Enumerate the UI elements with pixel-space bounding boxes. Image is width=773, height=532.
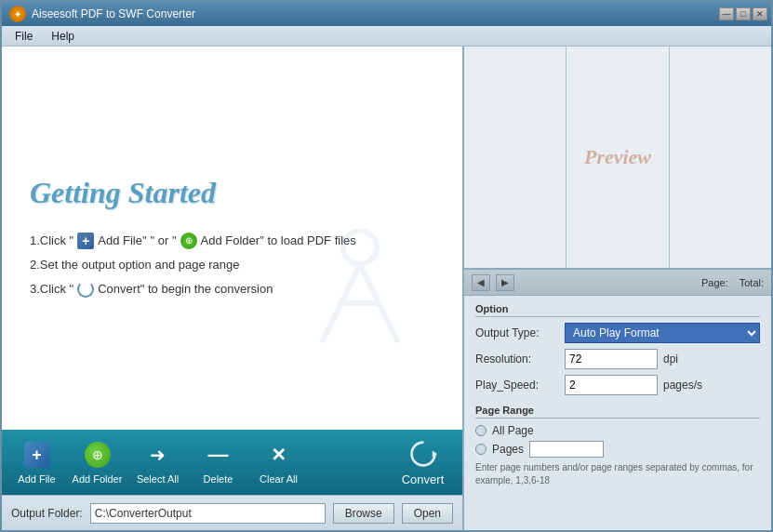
output-type-label: Output Type: xyxy=(475,326,559,339)
svg-line-5 xyxy=(379,303,397,340)
convert-icon-shape xyxy=(408,437,438,471)
prev-page-button[interactable]: ◀ xyxy=(472,274,490,291)
minimize-button[interactable]: — xyxy=(719,7,734,20)
select-all-icon: ➜ xyxy=(143,440,173,470)
all-page-radio[interactable] xyxy=(475,425,486,436)
add-file-icon-shape: + xyxy=(24,442,50,468)
add-file-icon: + xyxy=(22,440,52,470)
page-info: Page: Total: xyxy=(701,277,764,288)
delete-icon-shape: — xyxy=(206,442,232,468)
preview-nav-bar: ◀ ▶ Page: Total: xyxy=(464,270,771,296)
resolution-row: Resolution: dpi xyxy=(475,349,760,369)
next-page-button[interactable]: ▶ xyxy=(496,274,514,291)
step1-middle: " or " xyxy=(151,229,177,253)
options-panel: Option Output Type: Auto Play Format Res… xyxy=(464,296,771,530)
output-folder-label: Output Folder: xyxy=(11,507,83,520)
browse-button[interactable]: Browse xyxy=(333,503,394,524)
pages-radio[interactable] xyxy=(475,444,486,455)
main-window: ✦ Aiseesoft PDF to SWF Converter — □ ✕ F… xyxy=(0,0,773,532)
select-all-icon-shape: ➜ xyxy=(145,442,171,468)
menu-bar: File Help xyxy=(2,26,771,47)
resolution-label: Resolution: xyxy=(475,352,559,366)
output-path-input[interactable] xyxy=(90,503,326,524)
output-type-row: Output Type: Auto Play Format xyxy=(475,323,760,343)
clear-all-label: Clear All xyxy=(260,473,298,485)
preview-col-center: Preview xyxy=(566,47,669,268)
options-group-title: Option xyxy=(475,303,760,317)
title-bar-controls: — □ ✕ xyxy=(719,7,767,20)
steps-area: 1.Click " + Add File" " or " ⊕ Add Folde… xyxy=(30,229,434,301)
add-file-button[interactable]: + Add File xyxy=(11,440,62,485)
page-label: Page: xyxy=(701,277,728,288)
convert-label: Convert xyxy=(402,472,445,486)
title-bar: ✦ Aiseesoft PDF to SWF Converter — □ ✕ xyxy=(2,2,771,26)
total-label: Total: xyxy=(740,277,764,288)
delete-button[interactable]: — Delete xyxy=(193,440,244,485)
add-file-icon-step: + xyxy=(77,233,94,249)
page-range-group: Page Range All Page Pages Enter page num… xyxy=(475,405,760,487)
menu-file[interactable]: File xyxy=(6,28,42,45)
pages-input[interactable] xyxy=(529,441,604,458)
window-title: Aiseesoft PDF to SWF Converter xyxy=(32,7,195,20)
convert-button[interactable]: Convert xyxy=(393,439,453,486)
preview-col-right xyxy=(670,47,771,268)
app-icon: ✦ xyxy=(9,6,26,22)
preview-area: Preview xyxy=(464,47,771,270)
toolbar: + Add File ⊕ Add Folder ➜ Select All xyxy=(2,430,462,495)
step3-suffix: Convert" to begin the conversion xyxy=(98,277,273,301)
step3-prefix: 3.Click " xyxy=(30,277,73,301)
all-page-label: All Page xyxy=(492,424,534,437)
bottom-bar: Output Folder: Browse Open xyxy=(2,495,462,530)
step2-text: 2.Set the output option and page range xyxy=(30,253,240,277)
options-group: Option Output Type: Auto Play Format Res… xyxy=(475,303,760,395)
step1-prefix: 1.Click " xyxy=(30,229,73,253)
pages-label: Pages xyxy=(492,443,524,456)
svg-line-4 xyxy=(323,303,341,340)
main-content: Getting Started 1.Click " + Add File" " … xyxy=(2,47,771,530)
getting-started-title: Getting Started xyxy=(30,176,434,210)
step1-suffix: Add Folder" to load PDF files xyxy=(201,229,356,253)
pages-row: Pages xyxy=(475,441,760,458)
clear-all-icon: ✕ xyxy=(264,440,294,470)
page-range-title: Page Range xyxy=(475,405,760,419)
left-panel: Getting Started 1.Click " + Add File" " … xyxy=(2,47,464,530)
menu-help[interactable]: Help xyxy=(42,28,84,45)
output-type-select[interactable]: Auto Play Format xyxy=(565,323,760,343)
step2-line: 2.Set the output option and page range xyxy=(30,253,434,277)
getting-started-area: Getting Started 1.Click " + Add File" " … xyxy=(2,47,462,430)
add-folder-icon: ⊕ xyxy=(83,440,113,470)
preview-col-left xyxy=(464,47,566,268)
step1-addfile: Add File" xyxy=(98,229,146,253)
preview-text: Preview xyxy=(584,145,651,169)
play-speed-row: Play_Speed: pages/s xyxy=(475,375,760,395)
add-file-label: Add File xyxy=(18,473,55,485)
convert-icon-step xyxy=(77,281,94,298)
title-bar-left: ✦ Aiseesoft PDF to SWF Converter xyxy=(9,6,195,22)
add-folder-label: Add Folder xyxy=(73,473,123,485)
delete-label: Delete xyxy=(204,473,233,485)
play-speed-unit: pages/s xyxy=(663,379,702,392)
play-speed-label: Play_Speed: xyxy=(475,379,559,392)
clear-all-button[interactable]: ✕ Clear All xyxy=(253,440,304,485)
add-folder-icon-shape: ⊕ xyxy=(85,442,111,468)
add-folder-icon-step: ⊕ xyxy=(180,233,197,249)
resolution-input[interactable] xyxy=(565,349,658,369)
play-speed-input[interactable] xyxy=(565,375,658,395)
select-all-label: Select All xyxy=(137,473,179,485)
clear-all-icon-shape: ✕ xyxy=(266,442,292,468)
delete-icon: — xyxy=(204,440,233,470)
page-range-hint: Enter page numbers and/or page ranges se… xyxy=(475,461,760,487)
select-all-button[interactable]: ➜ Select All xyxy=(132,440,183,485)
convert-icon xyxy=(408,439,438,469)
add-folder-button[interactable]: ⊕ Add Folder xyxy=(72,440,123,485)
step1-line: 1.Click " + Add File" " or " ⊕ Add Folde… xyxy=(30,229,434,253)
step3-line: 3.Click " Convert" to begin the conversi… xyxy=(30,277,434,301)
svg-point-6 xyxy=(411,442,434,465)
resolution-unit: dpi xyxy=(663,352,678,366)
right-panel: Preview ◀ ▶ Page: Total: Option Output T… xyxy=(464,47,771,530)
restore-button[interactable]: □ xyxy=(736,7,751,20)
open-button[interactable]: Open xyxy=(402,503,453,524)
close-button[interactable]: ✕ xyxy=(753,7,767,20)
all-page-row: All Page xyxy=(475,424,760,437)
